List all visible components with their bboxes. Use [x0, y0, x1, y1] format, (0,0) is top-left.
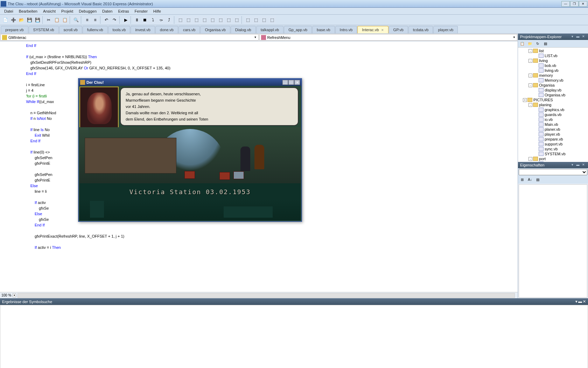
- expand-icon[interactable]: -: [528, 59, 532, 63]
- tool-button[interactable]: ⬚: [225, 16, 232, 24]
- find-button[interactable]: 🔍: [72, 16, 80, 24]
- tab-tcdata-vb[interactable]: tcdata.vb: [408, 26, 433, 33]
- tab-interac-vb[interactable]: Interac.vb✕: [357, 26, 388, 33]
- game-close-button[interactable]: ✕: [294, 80, 300, 85]
- tree-item-sync-vb[interactable]: sync.vb: [519, 146, 587, 151]
- tree-item-bob-vb[interactable]: bob.vb: [519, 63, 587, 68]
- panel-pin-button[interactable]: ▬: [575, 163, 580, 167]
- add-item-button[interactable]: ➕: [9, 16, 17, 24]
- tree-item-list[interactable]: -list: [519, 48, 587, 53]
- tree-item-pictures[interactable]: +PICTURES: [519, 97, 587, 102]
- undo-button[interactable]: ↶: [103, 16, 110, 24]
- tool-button[interactable]: ⬚: [209, 16, 216, 24]
- tab-invest-vb[interactable]: invest.vb: [131, 26, 155, 33]
- tool-button[interactable]: ⬚: [217, 16, 224, 24]
- tool-button[interactable]: ⬚: [192, 16, 200, 24]
- copy-button[interactable]: 📋: [53, 16, 61, 24]
- symbol-results-content[interactable]: [0, 305, 588, 368]
- tab-cars-vb[interactable]: cars.vb: [178, 26, 200, 33]
- save-button[interactable]: 💾: [26, 16, 33, 24]
- menu-projekt[interactable]: Projekt: [58, 8, 76, 14]
- tab-gp_app-vb[interactable]: Gp_app.vb: [284, 26, 312, 33]
- tree-item-io-vb[interactable]: io.vb: [519, 117, 587, 122]
- tool-button[interactable]: ⬚: [252, 16, 260, 24]
- tree-item-prepare-vb[interactable]: prepare.vb: [519, 137, 587, 142]
- tab-done-vb[interactable]: done.vb: [155, 26, 178, 33]
- menu-ansicht[interactable]: Ansicht: [40, 8, 58, 14]
- tool-button[interactable]: ⬚: [268, 16, 276, 24]
- tab-scroll-vb[interactable]: scroll.vb: [59, 26, 82, 33]
- cut-button[interactable]: ✂: [45, 16, 52, 24]
- tree-item-living-vb[interactable]: living.vb: [519, 68, 587, 73]
- tab-organisa-vb[interactable]: Organisa.vb: [200, 26, 230, 33]
- game-maximize-button[interactable]: □: [288, 80, 294, 85]
- new-project-button[interactable]: 📄: [1, 16, 9, 24]
- show-all-button[interactable]: 📁: [526, 41, 533, 47]
- maximize-button[interactable]: ❐: [570, 1, 579, 7]
- uncomment-button[interactable]: ≡: [91, 16, 99, 24]
- tool-button[interactable]: ⬚: [244, 16, 252, 24]
- tab-player-vb[interactable]: player.vb: [433, 26, 458, 33]
- expand-icon[interactable]: -: [528, 49, 532, 53]
- solution-tree[interactable]: -listLIST.vb-livingbob.vbliving.vb-memor…: [518, 48, 588, 162]
- view-code-button[interactable]: ▤: [542, 41, 549, 47]
- start-button[interactable]: ▶: [122, 16, 130, 24]
- horizontal-scrollbar[interactable]: [18, 293, 515, 298]
- menu-datei[interactable]: Datei: [1, 8, 16, 14]
- tree-item-graphics-vb[interactable]: graphics.vb: [519, 107, 587, 112]
- step-out-button[interactable]: ⤴: [165, 16, 173, 24]
- panel-close-button[interactable]: ✕: [583, 299, 586, 304]
- properties-grid[interactable]: [519, 184, 587, 298]
- tab-system-vb[interactable]: SYSTEM.vb: [29, 26, 59, 33]
- refresh-button[interactable]: ↻: [534, 41, 541, 47]
- property-pages-button[interactable]: ▤: [534, 177, 541, 183]
- tab-tools-vb[interactable]: tools.vb: [108, 26, 131, 33]
- tab-fullenv-vb[interactable]: fullenv.vb: [83, 26, 108, 33]
- tree-item-memory[interactable]: -memory: [519, 73, 587, 78]
- method-combo[interactable]: RefreshMenu ▼: [259, 34, 518, 41]
- step-over-button[interactable]: ⤼: [157, 16, 165, 24]
- panel-close-button[interactable]: ✕: [581, 163, 586, 167]
- properties-button[interactable]: 📋: [519, 41, 526, 47]
- close-button[interactable]: ✕: [579, 1, 587, 7]
- game-titlebar[interactable]: Der Clou! _ □ ✕: [79, 79, 301, 86]
- save-all-button[interactable]: 💾: [34, 16, 41, 24]
- class-combo[interactable]: GMInterac ▼: [0, 34, 259, 41]
- tree-item-organisa[interactable]: -Organisa: [519, 83, 587, 88]
- tab-close-icon[interactable]: ✕: [381, 28, 384, 32]
- tree-item-list-vb[interactable]: LIST.vb: [519, 53, 587, 58]
- tree-item-planer-vb[interactable]: planer.vb: [519, 127, 587, 132]
- properties-object-combo[interactable]: [519, 169, 587, 175]
- tree-item-living[interactable]: -living: [519, 58, 587, 63]
- game-viewport[interactable]: Ja, genau auf diesen, heute verschlissen…: [79, 86, 301, 221]
- tree-item-support-vb[interactable]: support.vb: [519, 142, 587, 146]
- panel-close-button[interactable]: ✕: [581, 35, 586, 39]
- menu-daten[interactable]: Daten: [99, 8, 115, 14]
- menu-debuggen[interactable]: Debuggen: [76, 8, 99, 14]
- menu-hilfe[interactable]: Hilfe: [150, 8, 164, 14]
- tool-button[interactable]: ⬚: [233, 16, 240, 24]
- tab-dialog-vb[interactable]: Dialog.vb: [231, 26, 256, 33]
- tree-item-organisa-vb[interactable]: Organisa.vb: [519, 93, 587, 97]
- break-button[interactable]: ⏸: [133, 16, 141, 24]
- expand-icon[interactable]: +: [523, 98, 527, 102]
- tool-button[interactable]: ⬚: [201, 16, 208, 24]
- tree-item-display-vb[interactable]: display.vb: [519, 88, 587, 93]
- game-minimize-button[interactable]: _: [282, 80, 288, 85]
- tree-item-memory-vb[interactable]: Memory.vb: [519, 78, 587, 83]
- tree-item-main-vb[interactable]: Main.vb: [519, 122, 587, 127]
- panel-dropdown-button[interactable]: ▾: [575, 299, 578, 304]
- tree-item-player-vb[interactable]: player.vb: [519, 132, 587, 137]
- open-button[interactable]: 📂: [18, 16, 25, 24]
- tool-button[interactable]: ⬚: [176, 16, 184, 24]
- panel-dropdown-button[interactable]: ▾: [570, 163, 575, 167]
- panel-dropdown-button[interactable]: ▾: [570, 35, 575, 39]
- tool-button[interactable]: ⬚: [184, 16, 192, 24]
- panel-pin-button[interactable]: ▬: [578, 299, 582, 304]
- panel-pin-button[interactable]: ▬: [575, 35, 580, 39]
- paste-button[interactable]: 📋: [61, 16, 69, 24]
- expand-icon[interactable]: -: [528, 103, 532, 107]
- tab-intro-vb[interactable]: Intro.vb: [335, 26, 357, 33]
- tool-button[interactable]: ⬚: [260, 16, 268, 24]
- tree-item-planing[interactable]: -planing: [519, 102, 587, 107]
